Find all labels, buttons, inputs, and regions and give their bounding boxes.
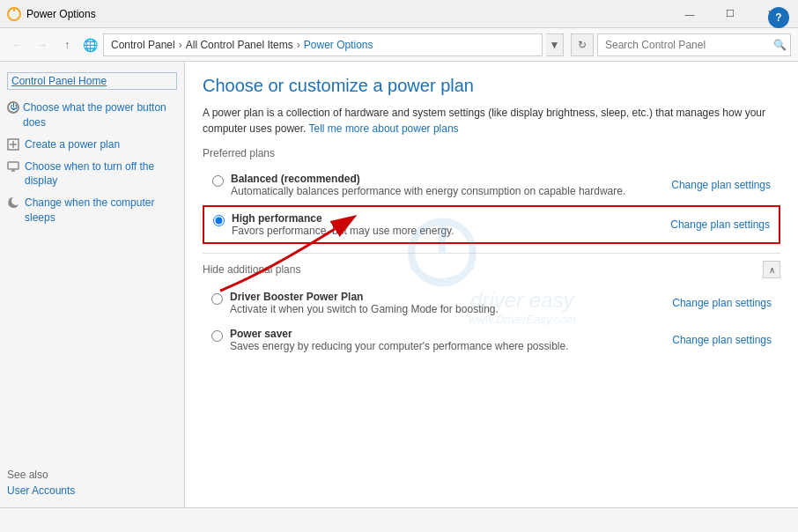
forward-button[interactable]: → [32, 34, 53, 55]
minimize-button[interactable]: — [669, 0, 710, 28]
sidebar-item-sleep[interactable]: Change when the computer sleeps [7, 196, 177, 225]
driver-booster-plan-name: Driver Booster Power Plan [230, 291, 654, 303]
window-title: Power Options [26, 8, 669, 20]
driver-booster-plan-item: Driver Booster Power Plan Activate it wh… [203, 285, 780, 321]
high-performance-plan-desc: Favors performance, but may use more ene… [232, 225, 653, 237]
power-saver-radio[interactable] [211, 330, 223, 342]
path-part1: Control Panel [111, 39, 175, 51]
up-button[interactable]: ↑ [56, 34, 78, 55]
svg-rect-5 [8, 162, 18, 169]
status-bar [0, 507, 798, 532]
high-performance-plan-details: High performance Favors performance, but… [232, 212, 653, 237]
sidebar-item-label-create: Create a power plan [25, 137, 120, 152]
high-performance-radio[interactable] [213, 215, 225, 226]
path-sep2: › [297, 39, 300, 51]
high-performance-plan-item: High performance Favors performance, but… [203, 205, 780, 244]
title-bar: Power Options — ☐ ✕ [0, 0, 798, 28]
path-part3: Power Options [304, 39, 373, 51]
location-icon: 🌐 [83, 38, 98, 52]
balanced-radio[interactable] [212, 175, 224, 187]
sidebar-item-label-power: Choose what the power button does [23, 100, 177, 130]
sidebar: Control Panel Home ⏻ Choose what the pow… [0, 62, 185, 507]
additional-plans-header: Hide additional plans ∧ [203, 253, 780, 278]
high-performance-plan-link[interactable]: Change plan settings [670, 218, 770, 231]
search-box: 🔍 [597, 33, 791, 56]
search-input[interactable] [598, 39, 769, 51]
collapse-button[interactable]: ∧ [763, 261, 780, 278]
power-saver-plan-name: Power saver [230, 328, 654, 340]
back-button[interactable]: ← [7, 34, 28, 55]
driver-booster-plan-link[interactable]: Change plan settings [672, 297, 772, 309]
content-title: Choose or customize a power plan [203, 76, 780, 96]
path-sep1: › [179, 39, 182, 51]
power-icon: ⏻ [7, 101, 19, 114]
preferred-plans-label: Preferred plans [203, 147, 780, 159]
balanced-plan-name: Balanced (recommended) [231, 173, 654, 185]
power-saver-plan-desc: Saves energy by reducing your computer's… [230, 340, 654, 352]
high-performance-plan-name: High performance [232, 212, 653, 225]
search-icon[interactable]: 🔍 [769, 34, 790, 55]
sidebar-item-display[interactable]: Choose when to turn off the display [7, 159, 177, 189]
power-saver-plan-item: Power saver Saves energy by reducing you… [203, 322, 780, 358]
driver-booster-radio[interactable] [211, 293, 223, 305]
additional-plans-label: Hide additional plans [203, 263, 300, 276]
power-saver-plan-details: Power saver Saves energy by reducing you… [230, 328, 654, 352]
address-path[interactable]: Control Panel › All Control Panel Items … [103, 33, 543, 56]
content-area: driver easy www.DriverEasy.com Choose or… [185, 62, 798, 507]
sidebar-item-label-display: Choose when to turn off the display [25, 159, 177, 189]
main-container: Control Panel Home ⏻ Choose what the pow… [0, 62, 798, 507]
learn-more-link[interactable]: Tell me more about power plans [309, 122, 459, 135]
see-also-label: See also [7, 469, 177, 481]
sidebar-item-label-sleep: Change when the computer sleeps [25, 196, 177, 225]
address-dropdown[interactable]: ▼ [546, 33, 564, 56]
maximize-button[interactable]: ☐ [710, 0, 750, 28]
power-saver-plan-link[interactable]: Change plan settings [672, 334, 772, 346]
driver-booster-plan-details: Driver Booster Power Plan Activate it wh… [230, 291, 654, 315]
content-description: A power plan is a collection of hardware… [203, 105, 780, 137]
help-button[interactable]: ? [768, 7, 789, 28]
create-plan-icon [7, 138, 21, 152]
window-icon [7, 7, 21, 21]
driver-booster-plan-desc: Activate it when you switch to Gaming Mo… [230, 303, 654, 315]
balanced-plan-link[interactable]: Change plan settings [671, 179, 771, 191]
sidebar-home-link[interactable]: Control Panel Home [7, 72, 177, 90]
balanced-plan-details: Balanced (recommended) Automatically bal… [231, 173, 654, 197]
sidebar-user-accounts[interactable]: User Accounts [7, 484, 177, 497]
address-bar: ← → ↑ 🌐 Control Panel › All Control Pane… [0, 28, 798, 62]
path-part2: All Control Panel Items [186, 39, 293, 51]
balanced-plan-desc: Automatically balances performance with … [231, 185, 654, 197]
sidebar-item-create-plan[interactable]: Create a power plan [7, 137, 177, 152]
display-icon [7, 160, 21, 174]
balanced-plan-item: Balanced (recommended) Automatically bal… [203, 166, 780, 203]
sidebar-item-power-button[interactable]: ⏻ Choose what the power button does [7, 100, 177, 130]
sleep-icon [7, 196, 21, 211]
refresh-button[interactable]: ↻ [571, 33, 594, 56]
